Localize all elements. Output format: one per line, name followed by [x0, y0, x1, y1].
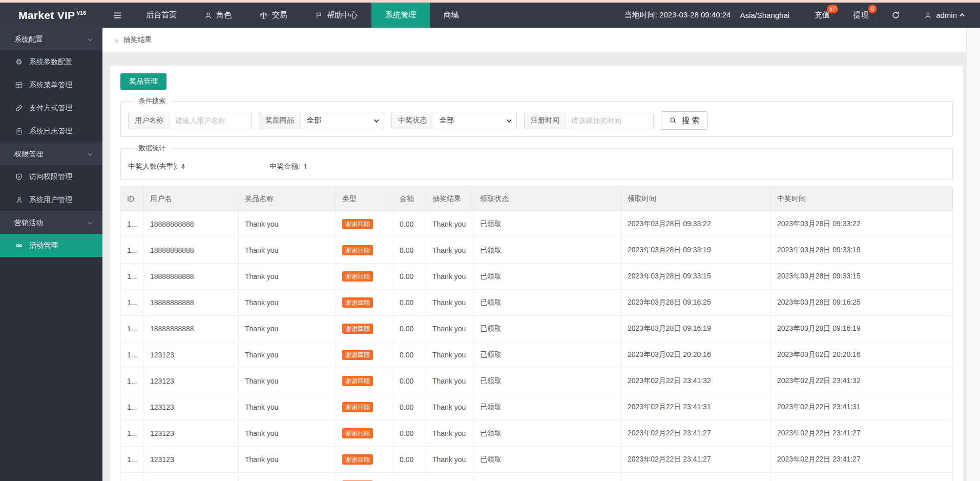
- cell-id: 1...: [121, 342, 144, 368]
- cell-id: 1...: [121, 290, 144, 316]
- cell-type: 谢谢回顾: [336, 316, 393, 342]
- status-filter-select[interactable]: 全部: [433, 112, 516, 129]
- table-header: ID 用户名 奖品名称 类型 金额 抽奖结果 领取状态 领取时间 中奖时间: [121, 187, 953, 211]
- sidebar-item-system-logs[interactable]: 系统日志管理: [0, 119, 102, 143]
- sidebar-item-system-params[interactable]: ⚙ 系统参数配置: [0, 50, 102, 73]
- cell-id: 1...: [121, 211, 144, 237]
- winners-stat: 中奖人数(去重): 4: [128, 162, 269, 171]
- sidebar-item-access-permissions[interactable]: 访问权限管理: [0, 165, 102, 188]
- cell-win-time: 2023年03月28日 09:33:15: [771, 264, 953, 290]
- cell-amount: 0.00: [393, 368, 426, 394]
- cell-type: 谢谢回顾: [336, 264, 393, 290]
- chevron-down-icon: [88, 151, 93, 156]
- nav-item-mall[interactable]: 商城: [430, 3, 473, 28]
- type-badge: 谢谢回顾: [342, 324, 373, 334]
- cell-win-time: 2023年02月22日 23:41:31: [771, 394, 953, 420]
- cell-username: 18888888888: [144, 211, 239, 237]
- sidebar-item-payment-methods[interactable]: 支付方式管理: [0, 96, 102, 119]
- time-filter-group: 注册时间: [524, 112, 654, 129]
- results-table: ID 用户名 奖品名称 类型 金额 抽奖结果 领取状态 领取时间 中奖时间 1.…: [120, 186, 953, 481]
- nav-item-roles[interactable]: 角色: [191, 3, 245, 28]
- header-win-time: 中奖时间: [771, 187, 953, 211]
- nav-item-system-manage[interactable]: 系统管理: [371, 3, 430, 28]
- content-area: 奖品管理 条件搜索 用户名称 奖励商品 全部: [102, 53, 980, 481]
- scrollbar-track[interactable]: [966, 28, 980, 481]
- cell-id: 1...: [121, 316, 144, 342]
- sidebar-item-label: 访问权限管理: [29, 172, 72, 182]
- logo-version: V16: [76, 10, 86, 16]
- cell-prize-name: Thank you: [239, 368, 336, 394]
- nav-item-label: 商城: [444, 10, 459, 20]
- cell-amount: 0.00: [393, 211, 426, 237]
- chevron-down-icon: [374, 117, 379, 123]
- cell-username: 18888888888: [144, 290, 239, 316]
- type-badge: 谢谢回顾: [342, 219, 373, 229]
- cell-type: 谢谢回顾: [336, 473, 393, 481]
- scales-icon: [259, 11, 268, 19]
- recharge-button[interactable]: 充值 87: [803, 3, 841, 28]
- cell-status: 已领取: [474, 342, 621, 368]
- stats-fieldset: 数据统计 中奖人数(去重): 4 中奖金额: 1: [120, 144, 953, 180]
- table-row: 1...123123Thank you谢谢回顾0.00Thank you已领取2…: [121, 473, 953, 481]
- sidebar-item-label: 系统日志管理: [29, 127, 72, 136]
- sidebar-toggle-button[interactable]: [102, 3, 132, 28]
- cell-result: Thank you: [426, 368, 474, 394]
- sidebar: 系统配置 ⚙ 系统参数配置 系统菜单管理 支付方式管理 系统日志管理 权限: [0, 28, 102, 481]
- amount-value: 1: [303, 163, 307, 171]
- cell-prize-name: Thank you: [239, 211, 336, 237]
- amount-stat: 中奖金额: 1: [269, 162, 307, 171]
- topbar: Market VIP V16 后台首页 角色 交易 帮助中心: [0, 3, 980, 28]
- nav-item-trade[interactable]: 交易: [245, 3, 301, 28]
- sidebar-item-label: 系统用户管理: [29, 195, 72, 205]
- prize-manage-button[interactable]: 奖品管理: [120, 73, 166, 90]
- cell-prize-name: Thank you: [239, 420, 336, 447]
- cell-amount: 0.00: [393, 264, 426, 290]
- nav-item-label: 系统管理: [385, 10, 416, 20]
- username-filter-input[interactable]: [170, 112, 251, 129]
- withdraw-button[interactable]: 提现 0: [841, 3, 880, 28]
- cell-claim-time: 2023年03月02日 20:20:16: [621, 342, 771, 368]
- withdraw-label: 提现: [853, 10, 868, 20]
- sidebar-group-marketing[interactable]: 营销活动: [0, 211, 102, 234]
- sidebar-group-system-config[interactable]: 系统配置: [0, 28, 102, 50]
- hamburger-icon: [113, 11, 122, 19]
- app-logo: Market VIP V16: [0, 3, 102, 28]
- search-button[interactable]: 搜 索: [661, 111, 707, 130]
- sidebar-group-permissions[interactable]: 权限管理: [0, 143, 102, 165]
- cell-id: 1...: [121, 473, 144, 481]
- user-icon: [204, 11, 212, 19]
- status-filter-value: 全部: [440, 116, 454, 125]
- cell-status: 已领取: [474, 473, 621, 481]
- nav-item-help-center[interactable]: 帮助中心: [301, 3, 371, 28]
- prize-filter-select[interactable]: 全部: [301, 112, 384, 129]
- user-avatar-icon: [924, 11, 932, 19]
- refresh-button[interactable]: [880, 3, 911, 28]
- nav-item-dashboard[interactable]: 后台首页: [132, 3, 191, 28]
- cell-prize-name: Thank you: [239, 316, 336, 342]
- username: admin: [936, 11, 957, 19]
- cell-win-time: 2023年03月28日 09:16:25: [771, 290, 953, 316]
- cell-prize-name: Thank you: [239, 473, 336, 481]
- cell-claim-time: 2023年02月22日 23:41:24: [621, 473, 771, 481]
- time-filter-input[interactable]: [566, 112, 653, 129]
- user-menu[interactable]: admin: [911, 3, 980, 28]
- cell-prize-name: Thank you: [239, 237, 336, 264]
- cell-win-time: 2023年02月22日 23:41:27: [771, 420, 953, 447]
- cell-id: 1...: [121, 420, 144, 447]
- sidebar-item-system-users[interactable]: 系统用户管理: [0, 188, 102, 211]
- cell-status: 已领取: [474, 447, 621, 473]
- username-filter-group: 用户名称: [128, 112, 252, 129]
- cell-win-time: 2023年02月22日 23:41:27: [771, 447, 953, 473]
- chevron-down-icon: [507, 117, 512, 123]
- table-row: 1...18888888888Thank you谢谢回顾0.00Thank yo…: [121, 211, 953, 237]
- search-fieldset: 条件搜索 用户名称 奖励商品 全部: [120, 96, 953, 137]
- cell-result: Thank you: [426, 473, 474, 481]
- sidebar-item-activity-manage[interactable]: ∞ 活动管理: [0, 234, 102, 257]
- type-badge: 谢谢回顾: [342, 350, 373, 360]
- sidebar-item-label: 支付方式管理: [29, 104, 72, 113]
- link-icon: [14, 104, 24, 112]
- cell-result: Thank you: [426, 394, 474, 420]
- search-legend: 条件搜索: [134, 96, 170, 106]
- sidebar-item-system-menu[interactable]: 系统菜单管理: [0, 73, 102, 96]
- cell-status: 已领取: [474, 290, 621, 316]
